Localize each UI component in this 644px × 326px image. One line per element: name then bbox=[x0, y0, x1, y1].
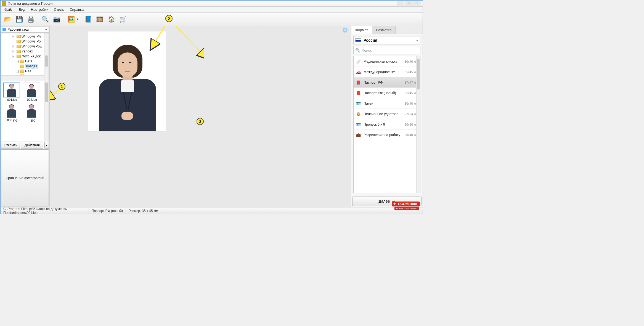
watermark: OCOMP.info bbox=[392, 202, 420, 206]
tree-label: Windows Po bbox=[22, 39, 41, 43]
dropdown-arrow-icon[interactable]: ▼ bbox=[76, 18, 79, 21]
tree-label: Res bbox=[25, 69, 31, 73]
folder-icon bbox=[17, 40, 21, 43]
tree-row[interactable]: -Фото на док bbox=[1, 54, 49, 59]
svg-line-2 bbox=[171, 26, 204, 59]
callout-3: 3 bbox=[197, 118, 204, 125]
format-name: Патент bbox=[364, 102, 404, 105]
chevron-down-icon: ▼ bbox=[45, 28, 47, 31]
tree-expand-icon[interactable]: + bbox=[12, 35, 15, 38]
search-placeholder: Поиск... bbox=[362, 48, 375, 52]
tab-layout[interactable]: Разметка bbox=[372, 26, 396, 34]
format-type-icon: 💼 bbox=[356, 132, 361, 137]
save-icon[interactable]: 💾 bbox=[14, 14, 24, 25]
format-type-icon: 🪪 bbox=[356, 122, 361, 127]
tree-row[interactable]: +Data bbox=[1, 59, 49, 64]
tree-label: Windows Ph bbox=[22, 35, 41, 38]
actions-dropdown-icon[interactable]: ▼ bbox=[44, 142, 49, 149]
thumbnail-caption: 002.jpg bbox=[23, 98, 41, 101]
menu-view[interactable]: Вид bbox=[16, 7, 28, 12]
open-button[interactable]: Открыть bbox=[1, 142, 20, 149]
format-item[interactable]: ★🪪Патент30x40 мм bbox=[354, 98, 420, 109]
tree-row[interactable]: +Yandex bbox=[1, 49, 49, 54]
next-label: Далее bbox=[378, 199, 390, 203]
format-name: Пенсионное удостоверение bbox=[364, 112, 404, 116]
menu-help[interactable]: Справка bbox=[67, 7, 86, 12]
format-type-icon: 📕 bbox=[356, 91, 361, 96]
tree-expand-icon[interactable]: + bbox=[12, 45, 15, 48]
help-book-icon[interactable]: 📘 bbox=[83, 14, 93, 25]
menu-file[interactable]: Файл bbox=[2, 7, 16, 12]
format-type-icon: 👵 bbox=[356, 112, 361, 116]
thumbnail[interactable]: 6.jpg bbox=[23, 103, 41, 122]
zoom-icon[interactable]: 🔍 bbox=[40, 14, 50, 25]
print-icon[interactable]: 🖨️ bbox=[25, 14, 36, 25]
format-list[interactable]: ★🩹Медицинская книжка30x40 мм★🚗Международ… bbox=[353, 56, 420, 193]
format-item[interactable]: ★👵Пенсионное удостоверение27x34 мм bbox=[354, 109, 420, 119]
tree-expand-icon[interactable]: + bbox=[16, 70, 19, 73]
format-name: Пропуск 6 x 9 bbox=[364, 123, 404, 126]
callout-1: 1 bbox=[58, 83, 65, 90]
video-reel-icon[interactable]: 🎞️ bbox=[94, 14, 105, 25]
format-item[interactable]: ★💼Разрешение на работу30x40 мм bbox=[354, 130, 420, 140]
status-path: C:\Program Files (x86)\Фото на документы… bbox=[1, 208, 89, 214]
desktop-icon bbox=[2, 28, 6, 31]
open-folder-icon[interactable]: 📂 bbox=[2, 14, 13, 25]
close-preview-icon[interactable]: ✕ bbox=[343, 28, 348, 33]
window-title: Фото на документы Профи bbox=[8, 1, 53, 6]
tree-row[interactable]: Images bbox=[1, 64, 49, 69]
app-icon bbox=[2, 1, 6, 6]
folder-icon bbox=[20, 65, 24, 68]
path-combo-label: Рабочий стол bbox=[7, 28, 29, 31]
scrollbar-horizontal[interactable] bbox=[1, 75, 44, 80]
menu-style[interactable]: Стиль bbox=[51, 7, 67, 12]
camera-icon[interactable]: 📷 bbox=[51, 14, 62, 25]
scrollbar-vertical[interactable] bbox=[44, 33, 49, 80]
tree-label: WindowsPow bbox=[22, 44, 42, 48]
status-size: Размер: 35 x 45 мм bbox=[126, 208, 161, 214]
statusbar: C:\Program Files (x86)\Фото на документы… bbox=[1, 208, 423, 214]
tree-row[interactable]: +Res bbox=[1, 69, 49, 74]
close-button[interactable]: ✕ bbox=[413, 1, 421, 6]
scrollbar-vertical[interactable] bbox=[416, 56, 420, 193]
format-item[interactable]: ★🚗Международное ВУ35x45 мм bbox=[354, 67, 420, 77]
folder-tree[interactable]: +Windows PhWindows Po+WindowsPow+Yandex-… bbox=[1, 33, 49, 80]
thumbnail-list[interactable]: 001.jpg002.jpg003.jpg6.jpg bbox=[1, 81, 49, 141]
menu-settings[interactable]: Настройки bbox=[28, 7, 51, 12]
photo-preview[interactable] bbox=[88, 31, 166, 131]
search-input[interactable]: 🔍 Поиск... bbox=[353, 46, 420, 54]
thumbnail[interactable]: 002.jpg bbox=[23, 83, 41, 101]
folder-icon bbox=[17, 55, 21, 58]
format-name: Паспорт РФ bbox=[364, 81, 404, 84]
svg-line-3 bbox=[203, 123, 204, 130]
cart-icon[interactable]: 🛒 bbox=[118, 14, 128, 25]
thumbnail[interactable]: 003.jpg bbox=[3, 103, 21, 122]
left-panel: Рабочий стол ▼ +Windows PhWindows Po+Win… bbox=[1, 26, 50, 207]
tree-expand-icon[interactable]: - bbox=[12, 55, 15, 58]
format-item[interactable]: ★🩹Медицинская книжка30x40 мм bbox=[354, 56, 420, 67]
maximize-button[interactable]: ▭ bbox=[405, 1, 413, 6]
folder-icon bbox=[17, 50, 21, 53]
format-item[interactable]: ★🪪Пропуск 6 x 950x80 мм bbox=[354, 119, 420, 130]
minimize-button[interactable]: — bbox=[397, 1, 404, 6]
tree-row[interactable]: +Windows Ph bbox=[1, 34, 49, 39]
path-combo[interactable]: Рабочий стол ▼ bbox=[1, 26, 49, 33]
tree-expand-icon[interactable]: + bbox=[12, 50, 15, 53]
country-select[interactable]: Россия ▼ bbox=[353, 36, 420, 44]
home-icon[interactable]: 🏠 bbox=[106, 14, 116, 25]
format-item[interactable]: ★📕Паспорт РФ (новый)35x45 мм bbox=[354, 88, 420, 98]
format-name: Разрешение на работу bbox=[364, 133, 404, 137]
actions-button[interactable]: Действия bbox=[21, 142, 43, 149]
country-label: Россия bbox=[364, 38, 377, 43]
compare-button[interactable]: Сравнение фотографий bbox=[1, 149, 49, 206]
scrollbar-vertical[interactable] bbox=[44, 81, 49, 141]
thumbnail[interactable]: 001.jpg bbox=[3, 83, 21, 101]
tree-row[interactable]: Windows Po bbox=[1, 39, 49, 44]
format-item[interactable]: ★📕Паспорт РФ37x47 мм bbox=[354, 77, 420, 88]
tree-row[interactable]: +WindowsPow bbox=[1, 44, 49, 49]
thumbnail-caption: 003.jpg bbox=[3, 118, 21, 122]
image-settings-icon[interactable]: 🖼️ bbox=[66, 14, 76, 25]
tree-expand-icon[interactable]: + bbox=[16, 60, 19, 63]
chevron-down-icon: ▼ bbox=[416, 39, 418, 42]
tab-format[interactable]: Формат bbox=[351, 26, 372, 34]
